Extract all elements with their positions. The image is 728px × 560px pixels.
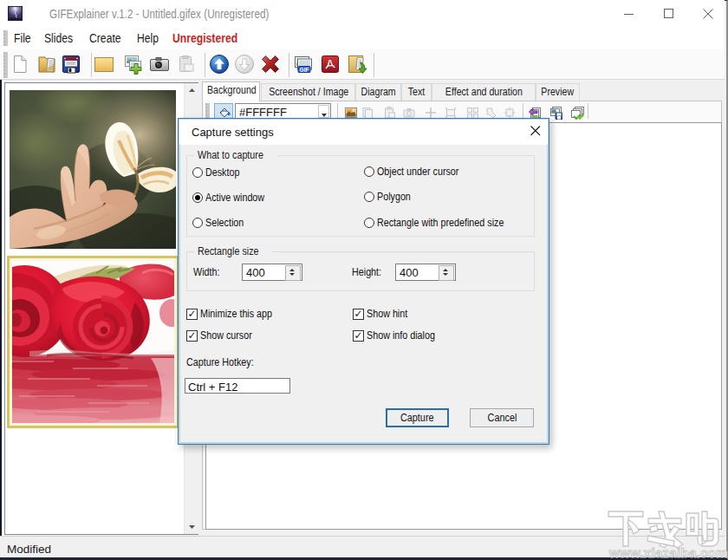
svg-text:GIF: GIF [300, 67, 309, 73]
